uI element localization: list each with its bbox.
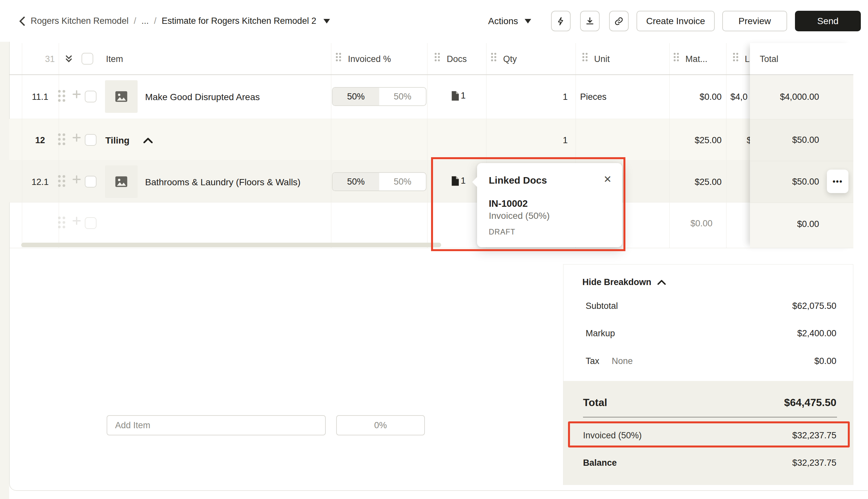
total-value: $4,000.00	[780, 92, 819, 102]
invoiced-label: Invoiced (50%)	[583, 430, 642, 441]
drag-handle-icon	[58, 217, 65, 228]
total-value: $0.00	[797, 219, 819, 229]
image-icon	[114, 89, 129, 104]
invoiced-percent-input[interactable]: 50%	[379, 88, 426, 105]
item-name[interactable]: Make Good Disrupted Areas	[145, 92, 260, 102]
linked-docs-cell[interactable]: 1	[451, 176, 466, 186]
header-qty[interactable]: Qty	[503, 54, 517, 64]
header-material[interactable]: Mat...	[685, 54, 708, 64]
caret-down-icon[interactable]	[323, 19, 330, 24]
select-all-checkbox[interactable]	[82, 53, 93, 64]
breadcrumb-ellipsis[interactable]: ...	[141, 16, 149, 26]
breadcrumb-separator: /	[154, 16, 157, 26]
group-name[interactable]: Tiling	[105, 135, 129, 146]
total-column: Total $4,000.00 $50.00 $50.00 $0.00	[750, 43, 853, 248]
ellipsis-icon: •••	[832, 177, 843, 186]
breadcrumb-current[interactable]: Estimate for Rogers Kitchen Remodel 2	[162, 16, 316, 26]
linked-doc-id[interactable]: IN-10002	[489, 198, 528, 209]
docs-count: 1	[461, 176, 466, 186]
drag-handle-icon[interactable]	[733, 53, 738, 61]
invoiced-percent-input[interactable]: 50%	[379, 173, 426, 191]
popover-arrow	[472, 177, 478, 187]
actions-dropdown[interactable]: Actions	[488, 11, 531, 31]
invoiced-percent-control[interactable]: 50% 50%	[332, 172, 426, 191]
qty-value[interactable]: 1	[486, 135, 568, 145]
drag-handle-icon[interactable]	[336, 53, 341, 61]
row-checkbox[interactable]	[85, 134, 97, 146]
totals-section: Total $64,475.50 Invoiced (50%) $32,237.…	[563, 381, 853, 485]
material-value[interactable]: $25.00	[669, 177, 722, 187]
labor-value-clipped[interactable]: $4,0	[730, 92, 750, 102]
qty-value[interactable]: 1	[486, 92, 568, 102]
material-value[interactable]: $0.00	[669, 92, 722, 102]
popover-title: Linked Docs	[489, 175, 547, 186]
drag-handle-icon[interactable]	[491, 53, 496, 61]
row-number: 12	[19, 135, 61, 145]
add-row-icon[interactable]	[72, 174, 82, 184]
lightning-icon	[556, 16, 566, 26]
table-group-row: 12 Tiling 1 $25.00 $	[9, 119, 853, 160]
drag-handle-icon[interactable]	[58, 90, 65, 102]
collapse-chevron-icon[interactable]	[144, 137, 152, 143]
row-checkbox[interactable]	[85, 91, 97, 102]
breadcrumb-project[interactable]: Rogers Kitchen Remodel	[30, 16, 128, 26]
linked-docs-cell[interactable]: 1	[451, 91, 466, 101]
invoiced-percent-input[interactable]: 0%	[336, 415, 425, 435]
total-value: $64,475.50	[784, 397, 836, 409]
add-row-icon[interactable]	[72, 89, 82, 99]
drag-handle-icon[interactable]	[674, 53, 679, 61]
actions-label: Actions	[488, 16, 518, 26]
create-invoice-button[interactable]: Create Invoice	[636, 11, 715, 31]
quick-actions-button[interactable]	[551, 11, 571, 31]
invoiced-percent-control[interactable]: 50% 50%	[332, 87, 426, 106]
total-value: $50.00	[792, 135, 819, 145]
drag-handle-icon[interactable]	[58, 175, 65, 187]
item-thumbnail[interactable]	[105, 165, 138, 198]
row-number: 11.1	[19, 92, 61, 102]
invoiced-percent-value: 50%	[333, 173, 379, 191]
subtotal-label: Subtotal	[586, 301, 618, 311]
drag-handle-icon[interactable]	[58, 133, 65, 145]
draft-badge: DRAFT	[489, 228, 516, 236]
add-item-input[interactable]: Add Item	[107, 415, 326, 435]
header-item[interactable]: Item	[106, 54, 123, 64]
row-count: 31	[32, 54, 68, 64]
expand-all-icon[interactable]	[64, 53, 74, 64]
row-checkbox	[85, 217, 97, 229]
close-icon[interactable]: ✕	[604, 173, 612, 185]
drag-handle-icon[interactable]	[435, 53, 440, 61]
total-label: Total	[583, 397, 607, 409]
markup-value: $2,400.00	[797, 328, 836, 339]
table-bottom-border	[9, 248, 853, 248]
header-docs[interactable]: Docs	[447, 54, 467, 64]
breadcrumb: Rogers Kitchen Remodel / ... / Estimate …	[18, 11, 330, 31]
summary-panel: Hide Breakdown Subtotal $62,075.50 Marku…	[563, 264, 853, 485]
tax-amount: $0.00	[814, 356, 836, 366]
header-total: Total	[760, 54, 778, 64]
topbar: Rogers Kitchen Remodel / ... / Estimate …	[0, 0, 868, 42]
row-menu-button[interactable]: •••	[827, 170, 848, 193]
horizontal-scrollbar[interactable]	[21, 243, 441, 247]
header-invoiced[interactable]: Invoiced %	[348, 54, 391, 64]
copy-link-button[interactable]	[609, 11, 629, 31]
drag-handle-icon[interactable]	[582, 53, 587, 61]
item-name[interactable]: Bathrooms & Laundry (Floors & Walls)	[145, 177, 301, 187]
material-value[interactable]: $25.00	[669, 135, 722, 145]
item-thumbnail[interactable]	[105, 80, 138, 113]
unit-value[interactable]: Pieces	[580, 92, 607, 102]
send-button[interactable]: Send	[795, 11, 861, 31]
total-cell: $4,000.00	[750, 75, 853, 119]
total-cell: $50.00	[750, 119, 853, 161]
back-chevron-icon[interactable]	[18, 17, 26, 26]
add-row-icon[interactable]	[72, 133, 82, 143]
totals-divider	[583, 417, 837, 417]
docs-count: 1	[461, 91, 466, 101]
link-icon	[614, 16, 623, 26]
hide-breakdown-toggle[interactable]: Hide Breakdown	[582, 275, 666, 289]
preview-button[interactable]: Preview	[722, 11, 787, 31]
total-header-cell[interactable]: Total	[750, 43, 853, 74]
download-button[interactable]	[580, 11, 600, 31]
row-checkbox[interactable]	[85, 176, 97, 187]
header-unit[interactable]: Unit	[594, 54, 610, 64]
tax-selector[interactable]: None	[612, 356, 633, 366]
